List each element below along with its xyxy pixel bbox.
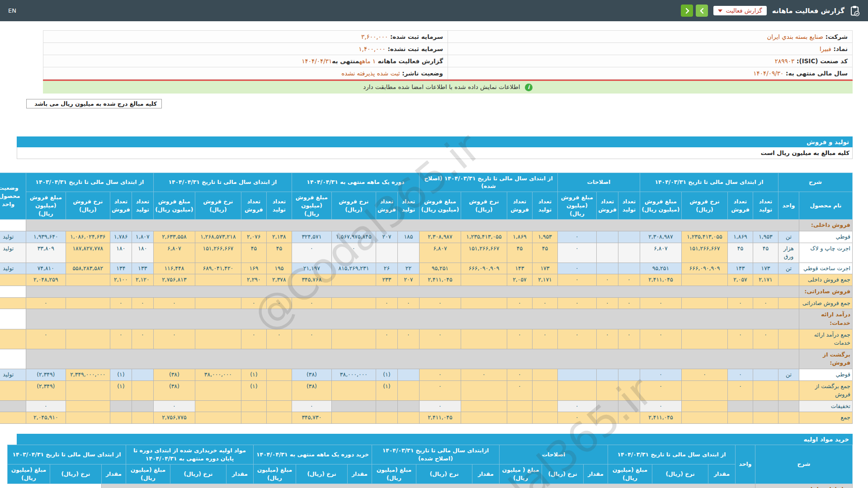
column-header: نرخ فروش (ریال) [461, 192, 507, 220]
cell: ۴۵ [753, 243, 778, 263]
section-row: برگشت از فروش: [0, 349, 853, 369]
report-type-dropdown[interactable]: گزارش فعالیت [713, 6, 766, 15]
column-group-header: ازابتدای سال مالی تا تاریخ ۱۴۰۴/۰۳/۳۱ (ا… [372, 445, 499, 465]
info-value: فبيرا [820, 45, 831, 52]
column-group-header: اصلاحات [499, 445, 608, 465]
cell: ۱,۲۶۸,۵۷۳,۲۱۸ [195, 231, 241, 243]
column-header: تعداد فروش [241, 192, 266, 220]
cell: ۲۱,۱۹۷ [292, 263, 331, 274]
cell: ۰ [292, 243, 331, 263]
cell: ۰ [419, 400, 461, 412]
cell: ۰ [618, 297, 640, 309]
cell [241, 412, 266, 424]
cell: ۶۸۹,۰۴۱,۴۲۰ [195, 263, 241, 274]
cell: ۱,۲۳۵,۴۱۳,۰۵۵ [681, 231, 727, 243]
column-header: مبلغ (میلیون ریال) [253, 464, 296, 483]
info-row: سال مالی منتهی به: ۱۴۰۴/۰۹/۳۰وضعیت ناشر:… [43, 67, 853, 80]
cell [618, 243, 640, 263]
cell: ۰ [153, 400, 195, 412]
column-header: نرخ (ریال) [652, 464, 708, 483]
info-cell: کد صنعت (ISIC): ۲۸۹۹۰۳ [448, 55, 853, 67]
cell: ۲,۱۳۸ [266, 231, 292, 243]
cell [596, 412, 618, 424]
cell: ۰ [241, 297, 266, 309]
amounts-note-box: کلیه مبالغ درج شده به میلیون ریال می باش… [26, 99, 162, 108]
column-group-header: مواد اولیه خریداری شده از ابتدای دوره تا… [126, 445, 253, 465]
info-label: شرکت: [823, 33, 848, 40]
row-label: اجرت چاپ و لاک [799, 243, 853, 263]
cell: ۱۶۹ [241, 263, 266, 274]
cell [376, 400, 397, 412]
cell: ۰ [681, 369, 727, 380]
cell [331, 380, 376, 400]
column-header: مبلغ فروش (میلیون ریال) [153, 192, 195, 220]
cell: ۲,۳۰۸,۹۸۷ [640, 231, 681, 243]
cell [507, 400, 532, 412]
table-row: قوطيتن۰۰۰۰۰۰(۱)۳۸,۰۰۰,۰۰۰(۳۸)(۱)۳۸,۰۰۰,۰… [0, 369, 853, 380]
column-header: تعداد فروش [110, 192, 132, 220]
cell: ۰ [292, 400, 331, 412]
cell [596, 369, 618, 380]
column-header: نرخ (ریال) [170, 464, 226, 483]
cell: ۰ [640, 329, 681, 349]
cell: ۴۵ [532, 243, 557, 263]
cell [132, 400, 153, 412]
cell: ۰ [461, 369, 507, 380]
cell [618, 412, 640, 424]
cell: ۰ [26, 329, 66, 349]
total-row: جمع درآمد ارائه خدمات۰۰۰۰۰۰۰۰۰۰۰۰۰۰۰۰۰۰ [0, 329, 853, 349]
column-group-header: واحد [736, 445, 755, 484]
cell [618, 400, 640, 412]
column-header: نرخ فروش (ریال) [681, 192, 727, 220]
cell [195, 329, 241, 349]
cell [618, 231, 640, 243]
cell: ۲,۴۱۱,۰۴۵ [419, 412, 461, 424]
cell: ۳۸,۰۰۰,۰۰۰ [195, 369, 241, 380]
cell [681, 297, 727, 309]
cell [376, 412, 397, 424]
info-row: کد صنعت (ISIC): ۲۸۹۹۰۳گزارش فعالیت ماهان… [43, 55, 853, 67]
info-label: منتهی به [332, 57, 359, 65]
column-group-header: اصلاحات [557, 173, 640, 192]
cell: ۰ [557, 243, 596, 263]
cell: ۰ [532, 329, 557, 349]
info-label: نماد: [831, 45, 848, 52]
cell [331, 400, 376, 412]
next-report-button[interactable] [681, 5, 693, 17]
cell [596, 231, 618, 243]
cell [778, 380, 799, 400]
section-row: فروش صادراتی: [0, 286, 853, 298]
cell: ۱۴۳ [507, 263, 532, 274]
cell: ۲۲ [397, 263, 419, 274]
cell: ۰ [557, 329, 596, 349]
section-filler [101, 483, 755, 488]
column-header: تعداد تولید [532, 192, 557, 220]
report-nav [681, 5, 708, 17]
info-cell: وضعیت ناشر: ثبت شده پذیرفته نشده [43, 67, 448, 80]
cell: ۲,۰۵۷ [507, 274, 532, 286]
info-label: سرمایه ثبت شده: [388, 33, 443, 40]
language-switch-en[interactable]: EN [8, 7, 16, 14]
cell [557, 380, 596, 400]
cell [681, 412, 727, 424]
cell: ۲,۱۷۱ [753, 274, 778, 286]
top-bar: گزارش فعالیت ماهانه گزارش فعالیت EN [0, 0, 868, 21]
cell: ۱۸۰ [110, 243, 132, 263]
column-header: نرخ فروش (ریال) [66, 192, 110, 220]
cell: ۱,۹۵۳ [532, 231, 557, 243]
cell: ۰ [727, 297, 753, 309]
column-header: واحد [778, 192, 799, 220]
cell: ۰ [376, 297, 397, 309]
info-value: ۳,۶۰۰,۰۰۰ [361, 33, 388, 40]
cell [532, 400, 557, 412]
cell: ۰ [26, 400, 66, 412]
cell [397, 412, 419, 424]
section-label: فروش صادراتی: [799, 286, 853, 298]
previous-report-button[interactable] [696, 5, 708, 17]
column-header: مقدار [226, 464, 253, 483]
cell [507, 412, 532, 424]
section-filler [26, 220, 799, 231]
row-label: جمع [799, 412, 853, 424]
cell: ۰ [507, 380, 532, 400]
section-row: درآمد ارائه خدمات: [0, 309, 853, 329]
